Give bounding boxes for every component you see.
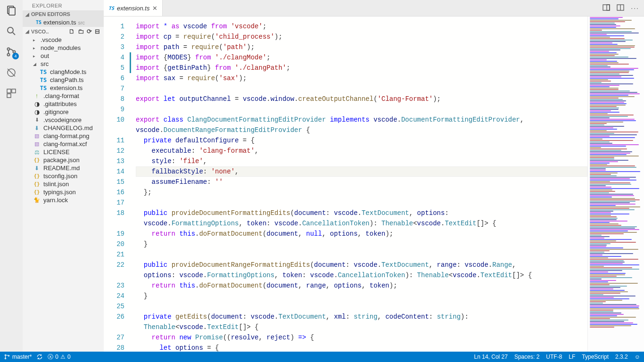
file-package.json[interactable]: {}package.json [23, 156, 104, 164]
file-type-icon: ▧ [33, 133, 41, 139]
tab-extension-ts[interactable]: TS extension.ts ✕ [104, 0, 163, 16]
file-type-icon: 🐈 [33, 197, 41, 203]
status-bar: master* ⓧ0 ⚠0 Ln 14, Col 27 Spaces: 2 UT… [0, 352, 644, 362]
code-area[interactable]: import * as vscode from 'vscode';import … [131, 16, 587, 352]
file-clangPath.ts[interactable]: TSclangPath.ts [23, 76, 104, 84]
indentation[interactable]: Spaces: 2 [514, 354, 539, 360]
git-branch[interactable]: master* [4, 354, 32, 360]
new-folder-icon[interactable]: 🗀 [78, 28, 84, 35]
file-type-icon: {} [33, 181, 41, 187]
feedback-icon[interactable]: ☺ [635, 354, 640, 360]
source-control-icon[interactable]: 4 [5, 45, 18, 58]
svg-rect-1 [9, 8, 15, 15]
file-extension.ts[interactable]: TSextension.ts [23, 84, 104, 92]
typescript-icon: TS [108, 6, 114, 11]
folder-node_modules[interactable]: ▸node_modules [23, 44, 104, 52]
svg-line-3 [13, 33, 15, 35]
activity-bar: 4 [0, 0, 23, 352]
collapse-icon[interactable]: ⊟ [95, 28, 100, 35]
open-editors-header[interactable]: ◢OPEN EDITORS [23, 10, 104, 18]
file-LICENSE[interactable]: ⚖LICENSE [23, 148, 104, 156]
scm-badge: 4 [12, 53, 19, 59]
file-type-icon: {} [33, 189, 41, 195]
svg-point-16 [5, 354, 6, 355]
tab-label: extension.ts [117, 5, 149, 12]
tab-bar: TS extension.ts ✕ ··· [104, 0, 644, 16]
file-type-icon: ! [33, 93, 41, 99]
file-type-icon: ◑ [33, 100, 41, 107]
file-type-icon: ⬇ [33, 125, 41, 132]
folder-.vscode[interactable]: ▸.vscode [23, 36, 104, 44]
split-editor-icon[interactable] [617, 4, 624, 13]
extensions-icon[interactable] [5, 87, 18, 100]
file-.vscodeignore[interactable]: ⬇.vscodeignore [23, 116, 104, 124]
typescript-icon: TS [40, 77, 47, 83]
svg-point-4 [8, 48, 10, 50]
file-CHANGELOG.md[interactable]: ⬇CHANGELOG.md [23, 124, 104, 132]
file-.gitignore[interactable]: ◑.gitignore [23, 108, 104, 116]
svg-point-5 [8, 54, 10, 56]
language-mode[interactable]: TypeScript [582, 354, 609, 360]
file-type-icon: ⚖ [33, 149, 41, 156]
file-tslint.json[interactable]: {}tslint.json [23, 180, 104, 188]
close-icon[interactable]: ✕ [152, 5, 157, 12]
file-.clang-format[interactable]: !.clang-format [23, 92, 104, 100]
file-type-icon: ▧ [33, 141, 41, 147]
file-README.md[interactable]: ⬇README.md [23, 164, 104, 172]
line-gutter: 1234567891011121314151617181920212223242… [104, 16, 131, 352]
sidebar: EXPLORER ◢OPEN EDITORS TS extension.ts s… [23, 0, 104, 352]
editor-area: TS extension.ts ✕ ··· 123456789101112131… [104, 0, 644, 352]
svg-rect-12 [603, 5, 610, 10]
file-tsconfig.json[interactable]: {}tsconfig.json [23, 172, 104, 180]
typescript-icon: TS [40, 69, 47, 75]
folder-out[interactable]: ▸out [23, 52, 104, 60]
more-actions-icon[interactable]: ··· [631, 4, 639, 12]
file-.gitattributes[interactable]: ◑.gitattributes [23, 100, 104, 108]
minimap[interactable] [587, 16, 644, 352]
problems[interactable]: ⓧ0 ⚠0 [48, 353, 70, 361]
explorer-icon[interactable] [5, 4, 18, 17]
file-clang-format.xcf[interactable]: ▧clang-format.xcf [23, 140, 104, 148]
refresh-icon[interactable]: ⟳ [87, 28, 92, 35]
file-clangMode.ts[interactable]: TSclangMode.ts [23, 68, 104, 76]
eol[interactable]: LF [569, 354, 575, 360]
file-type-icon: ⬇ [33, 165, 41, 172]
file-type-icon: {} [33, 173, 41, 179]
sidebar-title: EXPLORER [23, 0, 104, 10]
ts-version[interactable]: 2.3.2 [615, 354, 628, 360]
debug-icon[interactable] [5, 66, 18, 79]
file-clang-format.png[interactable]: ▧clang-format.png [23, 132, 104, 140]
svg-rect-9 [7, 89, 11, 93]
file-type-icon: ⬇ [33, 117, 41, 123]
workspace-header[interactable]: ◢VSCO.. 🗋 🗀 ⟳ ⊟ [23, 27, 104, 36]
svg-rect-10 [12, 89, 16, 93]
typescript-icon: TS [36, 20, 41, 25]
svg-rect-13 [607, 5, 610, 10]
cursor-position[interactable]: Ln 14, Col 27 [474, 354, 508, 360]
folder-src[interactable]: ◢src [23, 60, 104, 68]
show-preview-icon[interactable] [603, 4, 610, 13]
typescript-icon: TS [40, 85, 47, 91]
open-editor-item[interactable]: TS extension.ts src [23, 18, 104, 27]
file-typings.json[interactable]: {}typings.json [23, 188, 104, 196]
svg-point-2 [8, 27, 13, 33]
svg-point-17 [5, 358, 6, 359]
sync-icon[interactable] [36, 354, 43, 360]
search-icon[interactable] [5, 25, 18, 38]
new-file-icon[interactable]: 🗋 [69, 28, 75, 35]
file-yarn.lock[interactable]: 🐈yarn.lock [23, 196, 104, 204]
file-type-icon: {} [33, 157, 41, 163]
encoding[interactable]: UTF-8 [546, 354, 562, 360]
svg-rect-11 [7, 94, 11, 98]
file-type-icon: ◑ [33, 108, 41, 115]
